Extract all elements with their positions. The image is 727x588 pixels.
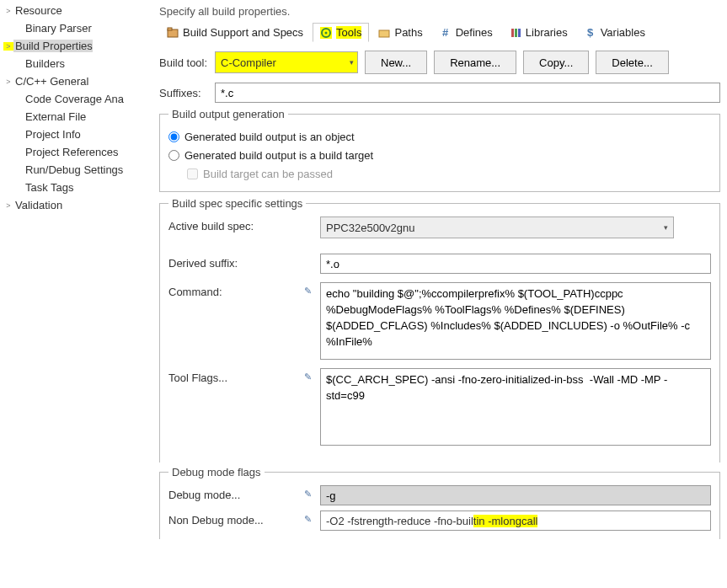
paths-icon <box>378 27 390 39</box>
tab-variables[interactable]: $ Variables <box>577 23 653 42</box>
active-spec-combo[interactable]: PPC32e500v2gnu ▾ <box>320 216 674 238</box>
tool-flags-label[interactable]: Tool Flags... <box>168 368 295 384</box>
tools-icon <box>320 27 332 39</box>
edit-icon[interactable]: ✎ <box>302 282 313 297</box>
edit-icon[interactable]: ✎ <box>302 510 313 525</box>
tree-label: Task Tags <box>24 181 74 194</box>
radio-input[interactable] <box>168 131 179 142</box>
variables-icon: $ <box>585 27 596 39</box>
tab-bar: Build Support and Specs Tools Paths # De… <box>159 23 720 42</box>
command-label: Command: <box>168 282 295 298</box>
tree-item-project-info[interactable]: Project Info <box>0 126 147 143</box>
build-tool-combo[interactable]: C-Compiler ▾ <box>215 51 358 73</box>
suffixes-label: Suffixes: <box>159 87 208 99</box>
tab-label: Tools <box>336 26 361 39</box>
edit-icon[interactable]: ✎ <box>302 485 313 500</box>
command-textarea[interactable] <box>320 282 711 360</box>
radio-input[interactable] <box>168 150 179 161</box>
chevron-right-icon: > <box>3 7 13 15</box>
tab-libraries[interactable]: Libraries <box>502 23 575 42</box>
defines-icon: # <box>440 27 452 39</box>
debug-mode-fieldset: Debug mode flags Debug mode... ✎ Non Deb… <box>159 466 720 539</box>
edit-icon[interactable]: ✎ <box>302 368 313 382</box>
delete-button[interactable]: Delete... <box>596 51 668 74</box>
tree-item-code-coverage[interactable]: Code Coverage Ana <box>0 90 147 108</box>
tab-label: Variables <box>601 26 645 39</box>
tree-label: Validation <box>13 199 62 211</box>
radio-label: Generated build output is an object <box>184 131 355 143</box>
tree-label: Code Coverage Ana <box>24 93 124 105</box>
sidebar: > Resource Binary Parser > Build Propert… <box>0 0 147 588</box>
tab-defines[interactable]: # Defines <box>432 23 500 42</box>
checkbox-label: Build target can be passed <box>203 168 333 180</box>
tree-item-validation[interactable]: > Validation <box>0 196 147 214</box>
build-tool-value: C-Compiler <box>221 56 276 69</box>
svg-rect-7 <box>518 29 521 37</box>
build-spec-legend: Build spec specific settings <box>168 197 306 210</box>
svg-rect-1 <box>168 28 172 30</box>
tree-label: Project Info <box>24 128 81 141</box>
svg-rect-6 <box>515 29 517 37</box>
active-spec-label: Active build spec: <box>168 216 295 233</box>
non-debug-mode-label[interactable]: Non Debug mode... <box>168 510 295 527</box>
chevron-right-icon: > <box>3 201 13 210</box>
new-button[interactable]: New... <box>365 51 427 74</box>
svg-rect-5 <box>511 29 514 37</box>
tree-item-external-file[interactable]: External File <box>0 108 147 126</box>
tab-label: Build Support and Specs <box>183 26 303 39</box>
tab-paths[interactable]: Paths <box>371 23 430 42</box>
tree-label: Project References <box>24 146 119 158</box>
output-object-radio[interactable]: Generated build output is an object <box>168 127 711 146</box>
radio-label: Generated build output is a build target <box>184 149 373 162</box>
tree-label: Builders <box>24 57 65 70</box>
tree-item-builders[interactable]: Builders <box>0 55 147 72</box>
tree-label: Resource <box>13 4 62 17</box>
chevron-right-icon: > <box>3 42 13 51</box>
tab-tools[interactable]: Tools <box>313 23 369 42</box>
libraries-icon <box>510 27 521 39</box>
svg-point-3 <box>325 31 328 34</box>
panel-description: Specify all build properties. <box>159 5 720 18</box>
spacer <box>302 216 313 220</box>
build-output-legend: Build output generation <box>168 108 288 120</box>
checkbox-input <box>187 168 198 179</box>
build-target-passed-check: Build target can be passed <box>168 164 711 183</box>
spacer <box>302 254 313 257</box>
tree-item-build-properties[interactable]: > Build Properties <box>0 37 147 55</box>
derived-suffix-label: Derived suffix: <box>168 254 295 270</box>
suffixes-input[interactable] <box>215 83 720 103</box>
tree-item-run-debug-settings[interactable]: Run/Debug Settings <box>0 161 147 179</box>
non-debug-mode-input[interactable]: -O2 -fstrength-reduce -fno-builtin -mlon… <box>320 510 711 531</box>
tab-label: Libraries <box>526 26 568 39</box>
build-spec-fieldset: Build spec specific settings Active buil… <box>159 197 720 462</box>
rename-button[interactable]: Rename... <box>434 51 516 74</box>
build-output-fieldset: Build output generation Generated build … <box>159 108 720 192</box>
non-debug-value-prefix: -O2 -fstrength-reduce -fno-buil <box>326 515 473 527</box>
tree-label: Build Properties <box>13 40 93 52</box>
tree-item-resource[interactable]: > Resource <box>0 2 147 19</box>
tree-item-binary-parser[interactable]: Binary Parser <box>0 19 147 37</box>
chevron-right-icon: > <box>3 78 13 86</box>
tab-label: Paths <box>394 26 422 39</box>
tree-item-project-references[interactable]: Project References <box>0 143 147 161</box>
chevron-down-icon: ▾ <box>350 58 354 67</box>
build-support-icon <box>167 27 179 39</box>
tree-item-c-cpp-general[interactable]: > C/C++ General <box>0 72 147 90</box>
tree-label: Binary Parser <box>24 22 92 35</box>
tree-label: Run/Debug Settings <box>24 163 123 176</box>
tree-label: C/C++ General <box>13 75 88 88</box>
output-target-radio[interactable]: Generated build output is a build target <box>168 146 711 164</box>
derived-suffix-input[interactable] <box>320 254 711 274</box>
copy-button[interactable]: Copy... <box>523 51 589 74</box>
tree-label: External File <box>24 110 86 123</box>
non-debug-value-highlighted: tin -mlongcall <box>473 515 538 527</box>
tool-flags-textarea[interactable] <box>320 368 711 446</box>
build-tool-label: Build tool: <box>159 56 208 69</box>
active-spec-value: PPC32e500v2gnu <box>326 222 415 234</box>
svg-rect-4 <box>379 30 389 37</box>
tab-build-support-specs[interactable]: Build Support and Specs <box>159 23 311 42</box>
debug-mode-input[interactable] <box>320 485 711 505</box>
debug-mode-legend: Debug mode flags <box>168 466 265 478</box>
tree-item-task-tags[interactable]: Task Tags <box>0 179 147 196</box>
debug-mode-label[interactable]: Debug mode... <box>168 485 295 501</box>
